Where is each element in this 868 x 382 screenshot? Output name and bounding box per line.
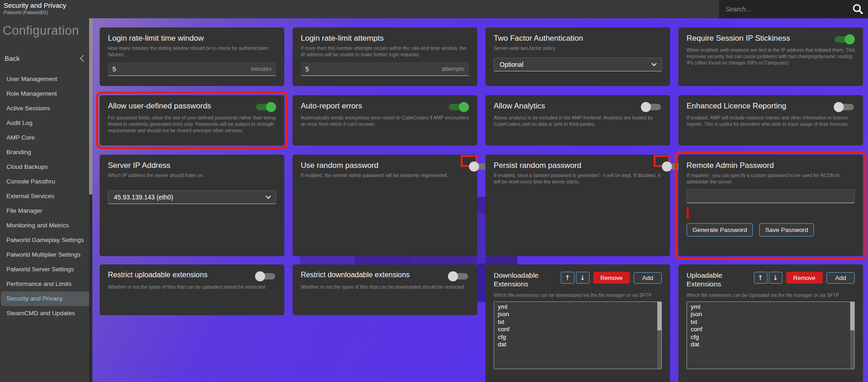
instance-subtitle: Palworld (Palworld01) xyxy=(4,10,48,15)
sidebar-item-console-passthru[interactable]: Console Passthru xyxy=(0,174,92,189)
sidebar-item-audit-log[interactable]: Audit Log xyxy=(0,116,92,130)
list-scrollbar-thumb[interactable] xyxy=(657,302,661,330)
list-item[interactable]: dat xyxy=(687,341,854,349)
card-require-session-ip-stickiness: Require Session IP Stickiness When enabl… xyxy=(678,27,863,86)
card-server-ip-address: Server IP Address Which IP address the s… xyxy=(100,155,284,256)
card-persist-random-password: Persist random password If enabled, once… xyxy=(485,155,670,256)
user-passwords-toggle[interactable] xyxy=(255,102,276,113)
sidebar-item-cloud-backups[interactable]: Cloud Backups xyxy=(0,160,92,174)
sidebar-item-security-and-privacy[interactable]: Security and Privacy xyxy=(1,291,90,306)
move-up-button[interactable]: ↑ xyxy=(754,272,767,284)
move-down-button[interactable]: ↓ xyxy=(769,272,783,284)
remove-extension-button[interactable]: Remove xyxy=(786,272,823,284)
search-icon[interactable] xyxy=(852,3,864,16)
card-title: Server IP Address xyxy=(108,161,276,170)
sidebar-item-user-management[interactable]: User Management xyxy=(0,72,92,86)
chevron-down-icon xyxy=(651,61,656,66)
restrict-download-toggle[interactable] xyxy=(448,271,469,282)
selected-value: 45.93.139.143 (eth0) xyxy=(114,194,173,201)
analytics-toggle[interactable] xyxy=(641,102,662,113)
card-restrict-uploadable-extensions: Restrict uploadable extensions Whether o… xyxy=(100,264,284,315)
sidebar-item-steamcmd-and-updates[interactable]: SteamCMD and Updates xyxy=(0,306,92,321)
list-item[interactable]: json xyxy=(494,311,661,318)
card-description: Which IP address the server should liste… xyxy=(108,172,276,178)
card-restrict-downloadable-extensions: Restrict downloadable extensions Whether… xyxy=(293,264,477,315)
unit-label: minutes xyxy=(250,65,272,72)
sidebar-item-external-services[interactable]: External Services xyxy=(0,189,92,204)
card-description: Which file extensions can be downloaded … xyxy=(494,292,662,298)
background-cube xyxy=(355,256,410,264)
generate-password-button[interactable]: Generate Password xyxy=(687,223,753,237)
sidebar-item-role-management[interactable]: Role Management xyxy=(0,86,92,101)
add-extension-button[interactable]: Add xyxy=(634,272,662,284)
card-downloadable-extensions: Downloadable Extensions ↑ ↓ Remove Add W… xyxy=(485,264,670,382)
card-title: Persist random password xyxy=(494,161,581,170)
background-cube xyxy=(410,256,477,264)
auto-report-toggle[interactable] xyxy=(448,102,469,113)
page-title: Security and Privacy xyxy=(4,1,66,9)
list-item[interactable]: yml xyxy=(687,303,854,311)
licence-reporting-toggle[interactable] xyxy=(834,102,855,113)
list-scrollbar[interactable] xyxy=(657,302,661,369)
sidebar-header: Configuration xyxy=(0,18,92,38)
sidebar-item-file-manager[interactable]: File Manager xyxy=(0,204,92,218)
sidebar-item-palworld-server-settings[interactable]: Palworld Server Settings xyxy=(0,262,92,277)
save-password-button[interactable]: Save Password xyxy=(759,223,814,237)
list-item[interactable]: conf xyxy=(687,326,854,334)
card-description: For password fields, allow the use of us… xyxy=(108,114,276,134)
login-window-input[interactable] xyxy=(112,65,250,73)
sidebar: Configuration Back User Management Role … xyxy=(0,18,92,382)
chevron-left-icon xyxy=(80,54,87,62)
search-input[interactable] xyxy=(719,5,852,13)
card-title: Restrict uploadable extensions xyxy=(108,271,208,279)
sidebar-item-amp-core[interactable]: AMP Core xyxy=(0,130,92,145)
restrict-upload-toggle[interactable] xyxy=(255,271,276,282)
list-item[interactable]: json xyxy=(687,311,854,318)
add-extension-button[interactable]: Add xyxy=(826,272,855,284)
list-item[interactable]: cfg xyxy=(687,334,854,341)
list-item[interactable]: yml xyxy=(494,303,661,311)
card-title: Downloadable Extensions xyxy=(494,271,551,289)
card-title: Uploadable Extensions xyxy=(687,271,744,289)
card-description: How many minutes the sliding window shou… xyxy=(108,45,276,58)
card-description: If enabled, once a random password is ge… xyxy=(494,172,662,185)
card-title: Restrict downloadable extensions xyxy=(301,271,410,279)
search-box[interactable] xyxy=(719,0,868,18)
two-factor-select[interactable]: Optional xyxy=(494,58,662,71)
remote-admin-password-input[interactable] xyxy=(687,189,855,203)
move-down-button[interactable]: ↓ xyxy=(576,272,590,284)
card-allow-analytics: Allow Analytics Allows analyics to be in… xyxy=(485,95,670,145)
list-scrollbar-thumb[interactable] xyxy=(850,302,854,330)
highlight-box xyxy=(463,157,475,165)
settings-panel: Login rate-limit time window How many mi… xyxy=(92,18,868,382)
sidebar-item-palworld-multiplier-settings[interactable]: Palworld Multiplier Settings xyxy=(0,247,92,262)
list-item[interactable]: dat xyxy=(494,341,661,349)
chevron-down-icon xyxy=(266,194,271,199)
sidebar-item-branding[interactable]: Branding xyxy=(0,145,92,160)
sidebar-item-performance-and-limits[interactable]: Performance and Limits xyxy=(0,277,92,291)
card-auto-report-errors: Auto-report errors Automatically sends a… xyxy=(293,95,477,145)
list-item[interactable]: conf xyxy=(494,326,661,334)
background-cube xyxy=(300,256,355,264)
card-allow-user-defined-passwords: Allow user-defined passwords For passwor… xyxy=(100,95,284,145)
ip-stickiness-toggle[interactable] xyxy=(834,34,855,45)
login-attempts-input[interactable] xyxy=(305,65,442,73)
card-description: Server-wide two-factor policy xyxy=(494,45,662,51)
card-description: Which file extensions can be Uploaded vi… xyxy=(687,292,855,298)
sidebar-item-palworld-gameplay-settings[interactable]: Palworld Gameplay Settings xyxy=(0,233,92,247)
list-item[interactable]: txt xyxy=(494,318,661,326)
sidebar-item-active-sessions[interactable]: Active Sessions xyxy=(0,101,92,116)
sidebar-scrollbar-thumb[interactable] xyxy=(89,18,92,194)
move-up-button[interactable]: ↑ xyxy=(561,272,575,284)
unit-label: attempts xyxy=(442,65,464,72)
sidebar-item-monitoring-and-metrics[interactable]: Monitoring and Metrics xyxy=(0,218,92,233)
back-button[interactable]: Back xyxy=(0,52,92,65)
list-item[interactable]: txt xyxy=(687,318,854,326)
list-item[interactable]: cfg xyxy=(494,334,661,341)
server-ip-select[interactable]: 45.93.139.143 (eth0) xyxy=(108,190,276,204)
remove-extension-button[interactable]: Remove xyxy=(593,272,630,284)
list-scrollbar[interactable] xyxy=(850,302,854,369)
card-login-rate-limit-attempts: Login rate-limit attempts If more than t… xyxy=(293,27,477,86)
sidebar-scrollbar[interactable] xyxy=(89,18,92,382)
card-description: Whether or not the types of files that c… xyxy=(108,284,276,290)
